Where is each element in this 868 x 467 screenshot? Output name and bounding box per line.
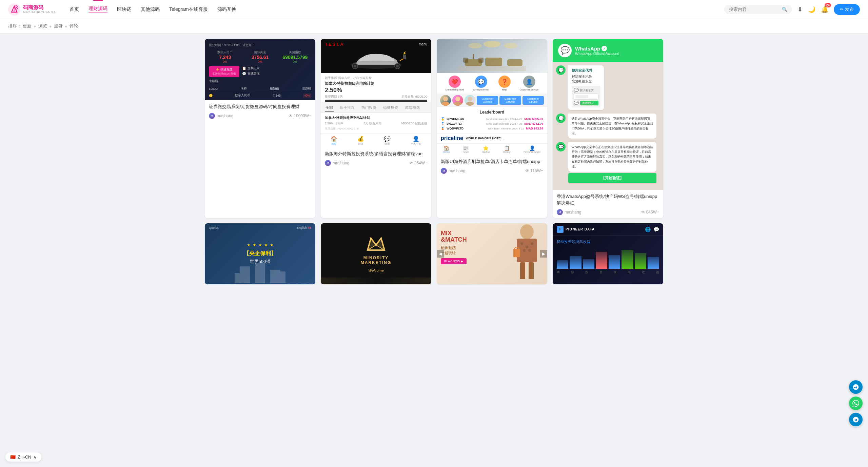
nav-chat-btn[interactable]: 💬流通 [384, 136, 391, 146]
card-fashion[interactable]: MIX&MATCH 配饰魅感 一起玩转 PLAY NOW ▶ ◀ ▶ [437, 223, 547, 284]
theme-icon[interactable]: 🌙 [808, 6, 815, 13]
help-icon-item: ❓ Help [498, 76, 511, 91]
minority-welcome: Welcome [368, 268, 384, 272]
service-btn-1[interactable]: Customer Service [477, 96, 498, 105]
hotel-nav-history[interactable]: 📋History [503, 145, 511, 153]
second-rate: 2.50% 日利率 [325, 121, 343, 126]
header: 码商源码 MASHANGYUANMA 首页 理财源码 区块链 其他源码 Tele… [0, 0, 868, 19]
sort-dot-2: ● [49, 24, 52, 29]
card-pioneer[interactable]: P PIONEER DATA 🌐 💬 稀缺投资领域高收益 [553, 223, 663, 284]
fashion-prev-arrow[interactable]: ◀ [437, 250, 444, 258]
wa-security-title: 接入验证资 [580, 88, 594, 92]
pioneer-tagline: 稀缺投资领域高收益 [557, 239, 659, 244]
gold-label: 国际黄金 [244, 50, 276, 55]
minority-thumb: MINORITYMARKETING Welcome [321, 223, 431, 284]
fashion-play-btn[interactable]: PLAY NOW ▶ [441, 258, 467, 264]
nav-telegram[interactable]: Telegram在线客服 [169, 6, 208, 13]
tesla-plan-details: 投资周期 3天 起投金额 ¥5000.00 [325, 95, 427, 99]
us-pct: 0% [279, 60, 311, 63]
sort-comments[interactable]: 评论 [70, 23, 78, 29]
invest-now-button[interactable]: 立即投资 [325, 100, 427, 102]
search-input[interactable] [729, 7, 779, 12]
card-central-enterprise[interactable]: Quotes English 🇬🇧 ★ ★ ★ ★ ★ 【央企保利】 世界500… [205, 223, 315, 284]
logo[interactable]: 码商源码 MASHANGYUANMA [8, 3, 56, 16]
sort-dot-3: ● [65, 24, 67, 29]
hotel-nav-personal[interactable]: 👤Personal Center [524, 145, 541, 153]
quick-recharge-btn[interactable]: ⚡ 快速充值支持全球USDT充值 [209, 66, 239, 77]
tesla-author-avatar: M [325, 160, 331, 166]
bar-3 [583, 259, 594, 269]
card-tesla[interactable]: TESLA menu ⚡ [321, 39, 431, 218]
hotel-nav-startins[interactable]: ⭐Startins [482, 145, 490, 153]
svg-point-27 [455, 97, 460, 101]
nav-finance[interactable]: 理财源码 [88, 6, 107, 13]
tab-premium[interactable]: 高端精选 [404, 104, 420, 112]
finance-item-gold: 国际黄金 3756.61 0% [244, 50, 276, 63]
pioneer-globe-icon[interactable]: 🌐 [645, 227, 651, 232]
wa-cta-button[interactable]: 【开始验证】 [568, 173, 656, 183]
nav-home[interactable]: 首页 [70, 6, 79, 13]
nav-home-btn[interactable]: 🏠首页 [331, 136, 337, 146]
sort-update[interactable]: 更新 [23, 23, 32, 29]
download-icon[interactable]: ⬇ [797, 6, 803, 13]
card-finance[interactable]: 营业时间：9:00~21:00，请您知！ 数字人民币 7.243 0% 国际黄金… [205, 39, 315, 218]
lb-medal-1: 🥇 [441, 117, 445, 121]
tesla-promo-label: 新手推荐 简单方便，小白也能起盘 [325, 76, 427, 80]
hotel-card-title: 新版UI海外酒店刷单抢单/酒店卡单连单/前端uniapp [441, 158, 543, 165]
tab-hot[interactable]: 热门投资 [361, 104, 377, 112]
second-plan-details: 2.50% 日利率 3天 投资周期 ¥5000.00 起投金额 [325, 121, 427, 126]
membership-icon-item: ❤️ Membership level [446, 76, 464, 91]
notification-bell[interactable]: 🔔 24 [821, 6, 828, 13]
ce-building [233, 263, 287, 284]
hotel-nav-news[interactable]: 📰News [463, 145, 469, 153]
nav-exchange[interactable]: 源码互换 [217, 6, 236, 13]
svg-rect-19 [485, 58, 502, 66]
wa-sender-1: 使用安全代码 [572, 68, 600, 73]
tab-beginner[interactable]: 新手推荐 [339, 104, 355, 112]
svg-point-45 [531, 242, 533, 245]
tab-stable[interactable]: 稳健投资 [382, 104, 399, 112]
svg-rect-23 [473, 54, 474, 59]
fashion-next-arrow[interactable]: ▶ [540, 250, 547, 258]
minority-brand: MINORITYMARKETING [361, 256, 392, 265]
card-minority-marketing[interactable]: MINORITYMARKETING Welcome [321, 223, 431, 284]
finance-author-avatar: M [209, 113, 215, 119]
transaction-record-link[interactable]: 📋 交易记录 [242, 66, 311, 70]
sort-likes[interactable]: 点赞 [54, 23, 63, 29]
profile-1 [440, 95, 451, 106]
tab-all[interactable]: 全部 [325, 104, 334, 112]
sort-browse[interactable]: 浏览 [38, 23, 47, 29]
bar-6 [622, 250, 633, 269]
nav-blockchain[interactable]: 区块链 [117, 6, 131, 13]
ce-top-bar: Quotes English 🇬🇧 [209, 226, 311, 229]
pioneer-chat-icon[interactable]: 💬 [653, 227, 659, 232]
card-whatsapp[interactable]: 💬 WhatsApp ✓ WhatsApp Official Account 💬… [553, 39, 663, 218]
nav-wealth-btn[interactable]: 💰财富 [357, 136, 364, 146]
priceline-section: priceline WORLD FAMOUS HOTEL [437, 134, 547, 143]
eye-icon: 👁 [289, 114, 293, 118]
second-total: 项目总量：¥1000000000.00 [325, 127, 427, 130]
announcement-icon-item: 💬 Announcement [473, 76, 489, 91]
lb-name-1: CPNHMLGK [447, 117, 484, 121]
wa-bubble-1: 使用安全代码 解除安全风险 恢复帐號安全 💬 接入验证资 [568, 65, 604, 110]
hotel-thumbnail: ❤️ Membership level 💬 Announcement ❓ Hel… [437, 39, 547, 107]
lb-name-2: JWZXYTLF [447, 122, 484, 125]
fashion-main-text: MIX&MATCH [441, 230, 467, 244]
svg-point-28 [454, 102, 462, 106]
publish-button[interactable]: ✏ 发布 [834, 4, 860, 15]
finance-thumbnail: 营业时间：9:00~21:00，请您知！ 数字人民币 7.243 0% 国际黄金… [205, 39, 315, 100]
nav-profile-btn[interactable]: 👤个人中心 [411, 136, 421, 146]
membership-label: Membership level [446, 88, 464, 91]
hotel-nav-home[interactable]: 🏠Home [443, 145, 450, 153]
service-btn-3[interactable]: Customer Service [522, 96, 544, 105]
wa-continue-btn[interactable]: 请继续验证→ [580, 101, 598, 105]
card-hotel[interactable]: ❤️ Membership level 💬 Announcement ❓ Hel… [437, 39, 547, 218]
wa-security-icon: 💬 [574, 88, 579, 93]
fashion-text: MIX&MATCH 配饰魅感 一起玩转 PLAY NOW ▶ [441, 230, 467, 265]
bar-1 [557, 260, 568, 269]
nav-other[interactable]: 其他源码 [141, 6, 160, 13]
online-service-link[interactable]: 💬 在线客服 [242, 72, 311, 76]
svg-point-30 [466, 102, 474, 106]
svg-point-25 [443, 97, 448, 101]
service-btn-2[interactable]: Customer Service [499, 96, 521, 105]
